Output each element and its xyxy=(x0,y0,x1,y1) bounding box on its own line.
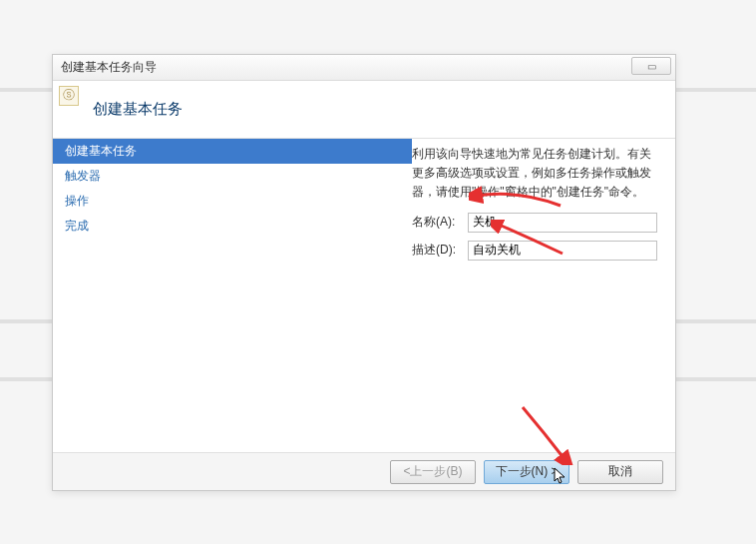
button-bar: <上一步(B) 下一步(N) > 取消 xyxy=(53,452,675,490)
wizard-content: 创建基本任务 触发器 操作 完成 利用该向导快速地为常见任务创建计划。有关更多高… xyxy=(53,139,675,452)
sidebar-item-label: 触发器 xyxy=(65,169,101,183)
titlebar: 创建基本任务向导 ▭ xyxy=(53,55,675,81)
desc-label: 描述(D): xyxy=(412,242,468,259)
sidebar-item-finish[interactable]: 完成 xyxy=(53,214,412,239)
intro-text: 利用该向导快速地为常见任务创建计划。有关更多高级选项或设置，例如多任务操作或触发… xyxy=(412,145,657,203)
titlebar-title: 创建基本任务向导 xyxy=(61,59,157,76)
sidebar-item-label: 创建基本任务 xyxy=(65,144,137,158)
wizard-header: ⓢ 创建基本任务 xyxy=(53,81,675,139)
name-field-row: 名称(A): xyxy=(412,213,657,233)
wizard-icon: ⓢ xyxy=(59,86,79,106)
sidebar-item-label: 完成 xyxy=(65,219,89,233)
sidebar-item-action[interactable]: 操作 xyxy=(53,189,412,214)
close-button[interactable]: ▭ xyxy=(631,57,671,75)
sidebar-item-trigger[interactable]: 触发器 xyxy=(53,164,412,189)
sidebar-item-create-task[interactable]: 创建基本任务 xyxy=(53,139,412,164)
name-label: 名称(A): xyxy=(412,214,468,231)
name-input[interactable] xyxy=(468,213,657,233)
desc-input[interactable] xyxy=(468,241,657,261)
wizard-sidebar: 创建基本任务 触发器 操作 完成 xyxy=(53,139,412,452)
cancel-button[interactable]: 取消 xyxy=(577,460,663,484)
wizard-title: 创建基本任务 xyxy=(93,100,183,119)
wizard-form: 利用该向导快速地为常见任务创建计划。有关更多高级选项或设置，例如多任务操作或触发… xyxy=(412,139,675,452)
desc-field-row: 描述(D): xyxy=(412,241,657,261)
sidebar-item-label: 操作 xyxy=(65,194,89,208)
wizard-dialog: 创建基本任务向导 ▭ ⓢ 创建基本任务 创建基本任务 触发器 操作 完成 利用该 xyxy=(52,54,676,491)
next-button[interactable]: 下一步(N) > xyxy=(484,460,569,484)
close-icon: ▭ xyxy=(647,61,656,72)
back-button[interactable]: <上一步(B) xyxy=(390,460,476,484)
